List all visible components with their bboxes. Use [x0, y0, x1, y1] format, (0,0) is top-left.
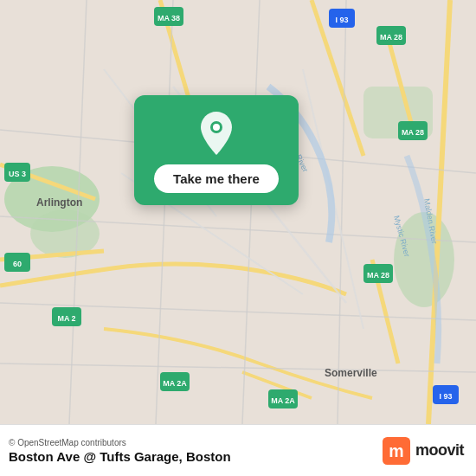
svg-text:Somerville: Somerville — [325, 367, 377, 379]
svg-text:MA 28: MA 28 — [402, 128, 424, 137]
svg-text:MA 28: MA 28 — [380, 33, 402, 42]
svg-point-52 — [213, 124, 220, 131]
location-title: Boston Ave @ Tufts Garage, Boston — [9, 449, 231, 464]
svg-text:I 93: I 93 — [335, 16, 348, 24]
moovit-logo: m moovit — [383, 437, 464, 465]
svg-text:I 93: I 93 — [439, 392, 452, 401]
svg-text:Arlington: Arlington — [36, 196, 82, 209]
map-area[interactable]: MA 38 I 93 MA 28 MA 28 US 3 60 MA 2 MA 2… — [0, 0, 476, 424]
svg-text:MA 28: MA 28 — [367, 271, 389, 280]
take-me-there-button[interactable]: Take me there — [154, 164, 279, 193]
moovit-icon: m — [383, 437, 410, 465]
bottom-bar: © OpenStreetMap contributors Boston Ave … — [0, 424, 476, 476]
svg-text:m: m — [389, 441, 403, 460]
svg-text:MA 2A: MA 2A — [271, 396, 295, 405]
moovit-text: moovit — [415, 441, 464, 460]
location-pin-icon — [194, 111, 239, 156]
bottom-info: © OpenStreetMap contributors Boston Ave … — [9, 438, 231, 464]
svg-text:US 3: US 3 — [9, 170, 26, 178]
copyright-text: © OpenStreetMap contributors — [9, 438, 231, 447]
location-popup: Take me there — [134, 95, 299, 205]
svg-text:MA 2A: MA 2A — [163, 379, 187, 388]
svg-text:MA 2: MA 2 — [57, 314, 75, 323]
svg-text:60: 60 — [13, 260, 22, 268]
svg-text:MA 38: MA 38 — [158, 14, 180, 23]
